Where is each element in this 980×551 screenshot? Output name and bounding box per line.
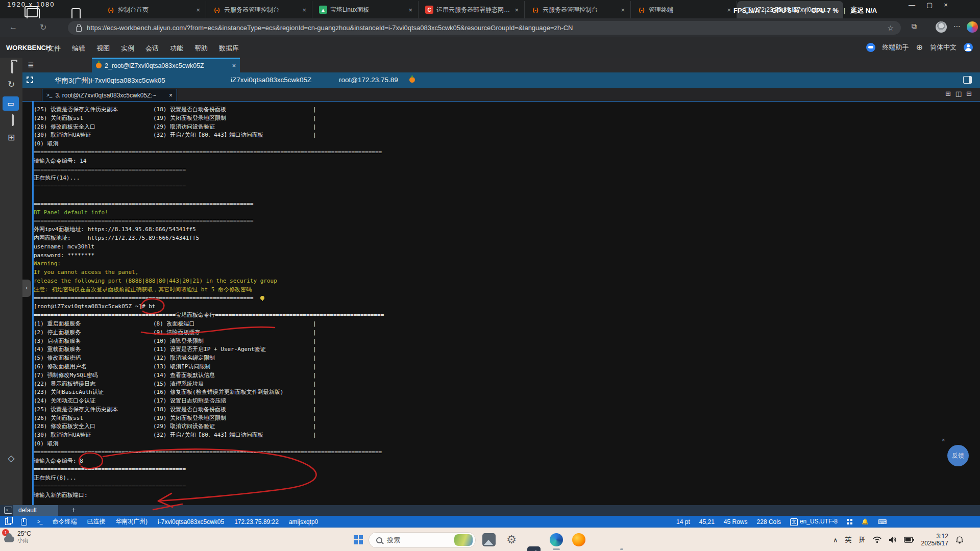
split-screen-icon[interactable]: ⧉ xyxy=(912,22,917,31)
add-circle-icon[interactable]: ⊕ xyxy=(916,42,923,52)
terminal-nav-icon[interactable]: ▭ xyxy=(3,96,19,111)
battery-icon[interactable] xyxy=(904,537,914,543)
start-button[interactable] xyxy=(354,535,363,544)
terminal-line: (5) 修改面板密码(12) 取消域名绑定限制| xyxy=(22,354,980,363)
add-pane-icon[interactable]: ⊞ xyxy=(945,90,951,97)
lightbulb-icon xyxy=(260,296,264,300)
close-tab-icon[interactable]: × xyxy=(301,6,308,14)
menu-item[interactable]: 功能 xyxy=(170,44,183,53)
refresh-icon[interactable]: ↻ xyxy=(40,22,46,32)
weather-widget[interactable]: 1 25°C 小雨 xyxy=(4,531,31,544)
terminal-line: 正在执行(14)... xyxy=(22,174,980,183)
menu-item[interactable]: 编辑 xyxy=(72,44,85,53)
firefox-browser-icon[interactable] xyxy=(572,533,585,546)
status-item: 228 Cols xyxy=(757,518,781,525)
close-window-button[interactable]: × xyxy=(944,1,948,9)
address-bar[interactable]: https://ecs-workbench.aliyun.com/?from=e… xyxy=(68,21,901,35)
aliyun-favicon: (-) xyxy=(213,6,221,14)
browser-tab[interactable]: (-)管理终端× xyxy=(631,1,737,18)
language-icon: 文 xyxy=(790,518,798,526)
copy-icon[interactable] xyxy=(5,518,11,525)
browser-profile-avatar[interactable] xyxy=(936,21,947,33)
settings-gear-icon[interactable]: ⚙ xyxy=(505,533,518,546)
taskbar-search[interactable]: 搜索 xyxy=(369,532,476,548)
close-tab-icon[interactable]: × xyxy=(619,6,626,14)
status-item: 45 Rows xyxy=(724,518,748,525)
back-icon[interactable]: ← xyxy=(9,22,17,32)
close-terminal-tab-icon[interactable]: × xyxy=(169,92,173,99)
browser-tab[interactable]: C运用云服务器部署静态网页并通× xyxy=(419,1,525,18)
menu-item[interactable]: 数据库 xyxy=(219,44,239,53)
close-tab-icon[interactable]: × xyxy=(407,6,414,14)
toggle-panel-icon[interactable] xyxy=(963,76,972,84)
close-tab-icon[interactable]: × xyxy=(513,6,520,14)
pin-icon[interactable]: ◇ xyxy=(6,453,17,464)
menu-item[interactable]: 文件 xyxy=(47,44,61,53)
wifi-icon[interactable] xyxy=(873,536,881,543)
terminal-tab[interactable]: >_ 3. root@iZ7xvi0qtsa083xc5cwk05Z:~ × xyxy=(42,89,177,102)
menu-item[interactable]: 实例 xyxy=(121,44,134,53)
volume-icon[interactable] xyxy=(889,536,897,543)
terminal-line: (25) 设置是否保存文件历史副本(18) 设置是否自动备份面板| xyxy=(22,106,980,114)
terminal-output[interactable]: (25) 设置是否保存文件历史副本(18) 设置是否自动备份面板|(26) 关闭… xyxy=(22,102,980,505)
feedback-button[interactable]: 反馈 xyxy=(947,445,969,466)
menu-item[interactable]: 视图 xyxy=(96,44,110,53)
add-terminal-icon[interactable]: + xyxy=(71,506,76,514)
encoding-indicator[interactable]: 文en_US.UTF-8 xyxy=(790,518,838,526)
terminal-line: 注意: 初始密码仅在首次登录面板前能正确获取，其它时间请通过 bt 5 命令修改… xyxy=(22,286,980,294)
photos-app-icon[interactable] xyxy=(482,533,496,546)
maximize-button[interactable]: ▢ xyxy=(926,1,933,9)
more-menu-icon[interactable]: ⋯ xyxy=(953,22,961,30)
terminal-line: (28) 修改面板安全入口(29) 取消访问设备验证| xyxy=(22,422,980,431)
grid-apps-icon[interactable]: ⊞ xyxy=(6,132,17,143)
lock-icon xyxy=(76,27,82,32)
url-text[interactable]: https://ecs-workbench.aliyun.com/?from=e… xyxy=(87,24,887,32)
close-tab-icon[interactable]: × xyxy=(725,6,732,14)
files-icon[interactable] xyxy=(7,62,18,73)
browser-tab[interactable]: (-)云服务器管理控制台× xyxy=(525,1,631,18)
session-list-icon[interactable]: ≣ xyxy=(28,60,34,69)
menu-item[interactable]: 帮助 xyxy=(194,44,208,53)
keyboard-icon[interactable]: ⌨ xyxy=(878,518,887,525)
fullscreen-icon[interactable] xyxy=(27,77,33,83)
notification-bell-icon[interactable] xyxy=(955,536,964,544)
hand-select-icon[interactable] xyxy=(21,518,27,525)
split-pane-icon[interactable]: ◫ xyxy=(955,90,962,97)
grid-icon[interactable] xyxy=(847,519,852,524)
minimize-button[interactable]: — xyxy=(909,1,915,9)
ime-english[interactable]: 英 xyxy=(845,535,852,544)
ime-pinyin[interactable]: 拼 xyxy=(859,535,866,544)
session-tab[interactable]: 2_root@iZ7xvi0qtsa083xc5cwk05Z × xyxy=(92,58,240,72)
book-icon[interactable] xyxy=(7,115,18,126)
bookmark-star-icon[interactable]: ☆ xyxy=(887,24,894,32)
minimize-pane-icon[interactable]: ⊟ xyxy=(966,90,972,97)
aliyun-favicon: (-) xyxy=(638,6,646,14)
search-placeholder: 搜索 xyxy=(387,536,400,545)
tray-expand-icon[interactable]: ∧ xyxy=(833,536,838,544)
assistant-label[interactable]: 终端助手 xyxy=(883,43,909,52)
copilot-icon[interactable] xyxy=(967,21,978,33)
user-icon[interactable] xyxy=(964,43,973,52)
feedback-close-icon[interactable]: × xyxy=(942,437,945,443)
tab-title: 控制台首页 xyxy=(118,6,191,14)
history-icon[interactable]: ↻ xyxy=(6,79,17,90)
clock[interactable]: 3:12 2025/6/17 xyxy=(921,533,948,547)
browser-tab[interactable]: (-)云服务器管理控制台× xyxy=(206,1,312,18)
bell-icon[interactable]: 🔔 xyxy=(862,518,869,525)
close-tab-icon[interactable]: × xyxy=(194,6,202,14)
terminal-line: (24) 关闭动态口令认证(17) 设置日志切割是否压缩| xyxy=(22,397,980,406)
close-session-icon[interactable]: × xyxy=(232,62,236,69)
menu-item[interactable]: 会话 xyxy=(145,44,159,53)
edge-browser-icon[interactable] xyxy=(550,533,563,546)
terminal-line: release the following port (8888|888|80|… xyxy=(22,277,980,286)
tools-app-icon[interactable] xyxy=(527,546,541,551)
sidebar-collapse-handle[interactable]: ‹ xyxy=(22,280,31,297)
browser-tabs: (-)控制台首页×(-)云服务器管理控制台×▲宝塔Linux面板×C运用云服务器… xyxy=(100,0,843,18)
language-selector[interactable]: 简体中文 xyxy=(930,43,957,52)
browser-tab[interactable]: (-)控制台首页× xyxy=(100,1,206,18)
browser-tab[interactable]: ▲宝塔Linux面板× xyxy=(312,1,419,18)
status-item: 命令终端 xyxy=(52,517,77,526)
bottom-tab-strip: >_ default + xyxy=(0,505,980,516)
terminal-line: (2) 停止面板服务(9) 清除面板缓存| xyxy=(22,329,980,337)
bottom-tab-default[interactable]: default xyxy=(13,505,58,516)
